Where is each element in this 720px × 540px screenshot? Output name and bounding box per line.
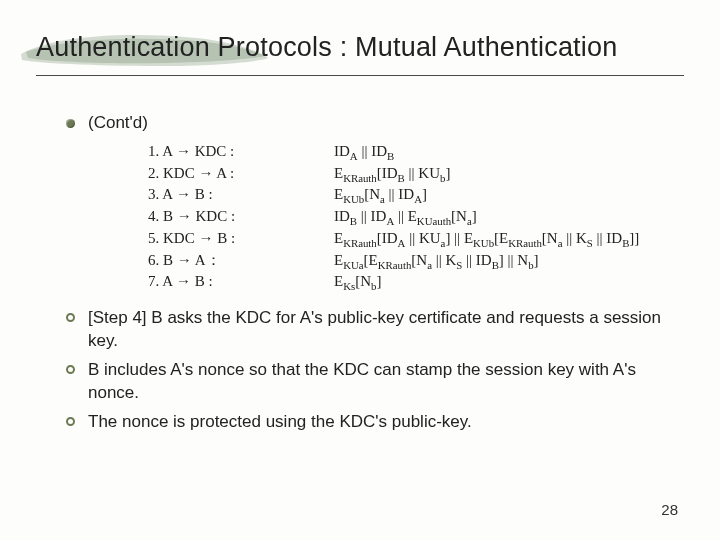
step-lhs: 6. B → A： <box>148 250 278 272</box>
page-number: 28 <box>661 501 678 518</box>
contd-item: (Cont'd) 1. A → KDC : IDA || IDB 2. KDC … <box>64 112 684 293</box>
protocol-steps: 1. A → KDC : IDA || IDB 2. KDC → A : EKR… <box>148 141 684 293</box>
step-rhs: EKUb[Na || IDA] <box>334 184 684 206</box>
step-lhs: 5. KDC → B : <box>148 228 278 250</box>
step-rhs: IDA || IDB <box>334 141 684 163</box>
step-lhs: 1. A → KDC : <box>148 141 278 163</box>
note-text: [Step 4] B asks the KDC for A's public-k… <box>88 308 661 350</box>
note-text: The nonce is protected using the KDC's p… <box>88 412 472 431</box>
step-lhs: 4. B → KDC : <box>148 206 278 228</box>
title-underline <box>36 75 684 76</box>
step-rhs: EKs[Nb] <box>334 271 684 293</box>
contd-label: (Cont'd) <box>88 113 148 132</box>
note-text: B includes A's nonce so that the KDC can… <box>88 360 636 402</box>
note-item: B includes A's nonce so that the KDC can… <box>64 359 684 405</box>
step-rhs: EKUa[EKRauth[Na || KS || IDB] || Nb] <box>334 250 684 272</box>
notes-list: [Step 4] B asks the KDC for A's public-k… <box>64 307 684 434</box>
step-lhs: 7. A → B : <box>148 271 278 293</box>
title-block: Authentication Protocols : Mutual Authen… <box>36 24 684 76</box>
step-rhs: EKRauth[IDB || KUb] <box>334 163 684 185</box>
step-rhs: IDB || IDA || EKUauth[Na] <box>334 206 684 228</box>
note-item: The nonce is protected using the KDC's p… <box>64 411 684 434</box>
note-item: [Step 4] B asks the KDC for A's public-k… <box>64 307 684 353</box>
page-title: Authentication Protocols : Mutual Authen… <box>36 24 684 73</box>
step-rhs: EKRauth[IDA || KUa] || EKUb[EKRauth[Na |… <box>334 228 684 250</box>
step-lhs: 2. KDC → A : <box>148 163 278 185</box>
step-lhs: 3. A → B : <box>148 184 278 206</box>
slide: Authentication Protocols : Mutual Authen… <box>0 0 720 434</box>
content-list: (Cont'd) 1. A → KDC : IDA || IDB 2. KDC … <box>64 112 684 293</box>
